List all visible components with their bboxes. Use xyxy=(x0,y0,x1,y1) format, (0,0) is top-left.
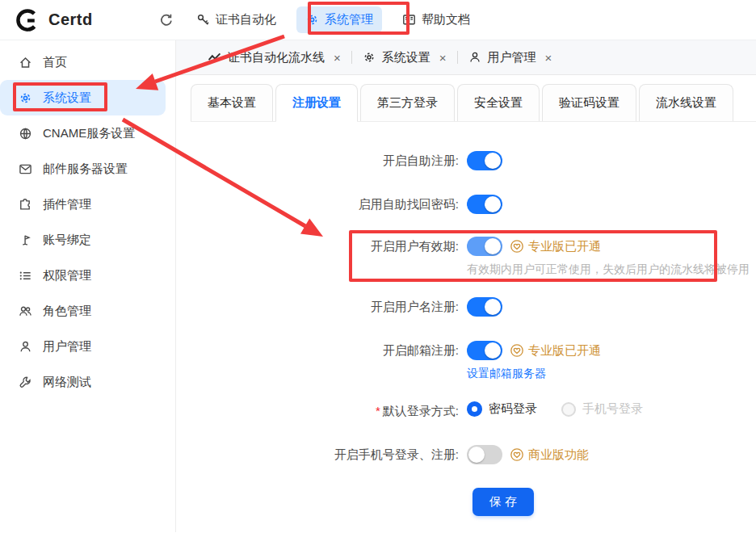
window-tab-label: 证书自动化流水线 xyxy=(228,50,325,65)
commercial-version-badge: 商业版功能 xyxy=(510,447,589,463)
form-row-default-login-type: *默认登录方式: 密码登录 手机号登录 xyxy=(176,401,756,421)
self-register-toggle[interactable] xyxy=(467,151,502,170)
window-tab-pipelines[interactable]: 证书自动化流水线 × xyxy=(197,50,351,65)
form-row-phone-login-register: 开启手机号登录、注册: 商业版功 xyxy=(176,445,756,464)
key-icon xyxy=(196,13,210,27)
window-tab-label: 系统设置 xyxy=(382,50,430,65)
toggle-knob xyxy=(485,238,501,254)
username-register-toggle[interactable] xyxy=(467,297,502,317)
sidebar-item-label: 插件管理 xyxy=(43,197,91,212)
required-mark: * xyxy=(376,404,380,418)
form-row-user-expiry: 开启用户有效期: 专业版已开通 xyxy=(176,237,756,276)
field-label: 开启用户名注册: xyxy=(176,297,459,317)
window-tab-user-management[interactable]: 用户管理 × xyxy=(458,50,563,65)
heart-badge-icon xyxy=(510,447,524,462)
radio-selected-icon xyxy=(467,401,482,417)
heart-badge-icon xyxy=(510,343,524,358)
user-icon xyxy=(468,51,481,64)
toggle-knob xyxy=(485,299,501,315)
pro-version-badge: 专业版已开通 xyxy=(510,343,601,359)
tab-pipeline-settings[interactable]: 流水线设置 xyxy=(639,84,733,121)
tab-captcha-settings[interactable]: 验证码设置 xyxy=(542,84,636,121)
pro-version-badge: 专业版已开通 xyxy=(510,239,601,254)
form-row-password-recovery: 启用自助找回密码: xyxy=(176,195,756,214)
main-area: 证书自动化流水线 × 系统设置 × 用户 xyxy=(176,40,756,532)
globe-icon xyxy=(19,127,32,141)
sidebar-item-label: CNAME服务设置 xyxy=(43,126,135,141)
home-icon xyxy=(19,56,32,69)
login-type-radio-group: 密码登录 手机号登录 xyxy=(467,401,643,417)
sidebar-item-home[interactable]: 首页 xyxy=(0,44,166,80)
field-label: 开启用户有效期: xyxy=(176,237,459,256)
wrench-icon xyxy=(19,376,32,389)
team-icon xyxy=(19,304,32,318)
radio-unselected-icon xyxy=(561,402,576,417)
flag-icon xyxy=(19,233,32,247)
sidebar-item-permission-management[interactable]: 权限管理 xyxy=(0,258,166,293)
radio-label: 手机号登录 xyxy=(582,401,643,417)
form-row-username-register: 开启用户名注册: xyxy=(176,297,756,317)
nav-label: 证书自动化 xyxy=(216,12,276,27)
toggle-knob xyxy=(485,342,501,359)
close-icon[interactable]: × xyxy=(334,52,341,64)
user-icon xyxy=(19,340,32,354)
sidebar-item-network-test[interactable]: 网络测试 xyxy=(0,364,166,400)
app-header: Certd 证书自动化 系统管理 xyxy=(0,0,756,40)
sidebar-item-role-management[interactable]: 角色管理 xyxy=(0,293,166,329)
field-label: 开启手机号登录、注册: xyxy=(176,445,459,464)
mail-icon xyxy=(19,162,32,176)
form-row-self-register: 开启自助注册: xyxy=(176,151,756,170)
user-expiry-hint: 有效期内用户可正常使用，失效后用户的流水线将被停用 xyxy=(467,262,750,276)
sidebar-item-mail-server-settings[interactable]: 邮件服务器设置 xyxy=(0,151,166,187)
sidebar-item-cname-settings[interactable]: CNAME服务设置 xyxy=(0,115,166,151)
user-expiry-toggle[interactable] xyxy=(467,237,502,256)
radio-password-login[interactable]: 密码登录 xyxy=(467,401,537,417)
field-label: *默认登录方式: xyxy=(176,401,459,421)
gear-icon xyxy=(305,13,319,27)
window-tabstrip: 证书自动化流水线 × 系统设置 × 用户 xyxy=(176,40,756,75)
badge-label: 商业版功能 xyxy=(528,447,589,463)
sidebar-item-label: 网络测试 xyxy=(43,375,91,390)
sidebar-item-plugin-management[interactable]: 插件管理 xyxy=(0,187,166,222)
radio-label: 密码登录 xyxy=(489,401,537,417)
sidebar-item-label: 用户管理 xyxy=(43,339,91,355)
mail-server-settings-link[interactable]: 设置邮箱服务器 xyxy=(467,366,546,380)
field-label: 启用自助找回密码: xyxy=(176,195,459,214)
tab-register-settings[interactable]: 注册设置 xyxy=(275,84,358,122)
nav-label: 系统管理 xyxy=(325,12,373,27)
form-row-email-register: 开启邮箱注册: 专业版已开通 xyxy=(176,341,756,380)
nav-cert-automation[interactable]: 证书自动化 xyxy=(187,6,285,33)
radio-phone-login[interactable]: 手机号登录 xyxy=(561,401,643,417)
main-layout: 首页 系统设置 CNAME服务设置 邮件服务器 xyxy=(0,40,756,532)
book-icon xyxy=(402,13,416,27)
certd-logo-icon xyxy=(15,8,39,32)
sidebar-item-label: 邮件服务器设置 xyxy=(43,162,128,177)
save-button[interactable]: 保 存 xyxy=(472,488,534,516)
tab-basic-settings[interactable]: 基本设置 xyxy=(191,84,273,121)
nav-label: 帮助文档 xyxy=(422,12,470,27)
settings-tabs: 基本设置 注册设置 第三方登录 安全设置 验证码设置 流水线设置 xyxy=(191,84,756,122)
sidebar-item-label: 角色管理 xyxy=(43,304,91,319)
window-tab-label: 用户管理 xyxy=(488,50,536,65)
nav-system-management[interactable]: 系统管理 xyxy=(296,6,382,33)
phone-login-toggle[interactable] xyxy=(467,445,502,464)
tab-third-party-login[interactable]: 第三方登录 xyxy=(360,84,455,121)
chart-line-icon xyxy=(208,51,221,65)
email-register-toggle[interactable] xyxy=(467,341,502,360)
close-icon[interactable]: × xyxy=(545,52,552,64)
toggle-knob xyxy=(485,153,501,169)
sidebar-item-system-settings[interactable]: 系统设置 xyxy=(0,80,166,115)
password-recovery-toggle[interactable] xyxy=(467,195,502,214)
tab-security-settings[interactable]: 安全设置 xyxy=(457,84,540,121)
window-tab-system-settings[interactable]: 系统设置 × xyxy=(352,50,457,65)
nav-help-docs[interactable]: 帮助文档 xyxy=(393,6,479,33)
gear-icon xyxy=(19,91,32,105)
register-settings-form: 开启自助注册: 启用自助找回密码: xyxy=(191,122,756,516)
sidebar-item-user-management[interactable]: 用户管理 xyxy=(0,329,166,364)
header-nav: 证书自动化 系统管理 帮助文档 xyxy=(187,6,479,33)
sidebar-item-account-binding[interactable]: 账号绑定 xyxy=(0,222,166,258)
field-label: 开启邮箱注册: xyxy=(176,341,459,360)
close-icon[interactable]: × xyxy=(439,52,447,64)
refresh-icon[interactable] xyxy=(155,9,178,31)
sidebar-item-label: 账号绑定 xyxy=(43,233,91,248)
